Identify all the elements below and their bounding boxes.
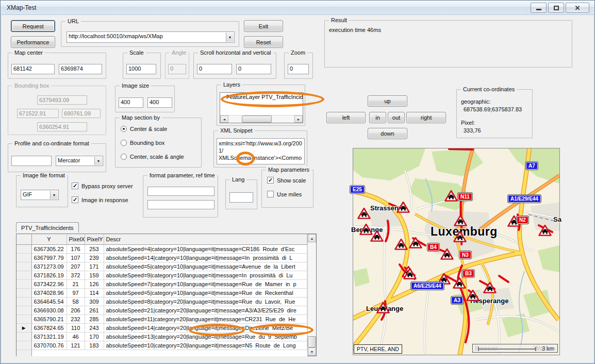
scroll-track[interactable] [228,115,294,123]
traffic-incident-icon [440,248,454,260]
radio-icon[interactable] [121,154,127,160]
scroll-track[interactable] [308,242,316,348]
result-group: Result execution time 46ms [324,20,572,68]
table-row[interactable]: 6374028.9697114absoluteSpeed=5|category=… [16,288,307,297]
title-bar[interactable]: XMap-Test ✕ [1,1,594,15]
bounding-box-group: Bounding box 6379493.09 671522.91 690761… [8,86,106,135]
radio-icon[interactable] [121,126,127,132]
table-row[interactable]: 6371826.19372159absoluteSpeed=9|category… [16,271,307,279]
table-row[interactable]: 6366930.08206261absoluteSpeed=21|categor… [16,306,307,315]
pan-up-button[interactable]: up [368,95,407,107]
close-button[interactable]: ✕ [566,3,589,13]
table-row[interactable]: 6365790.21232285absoluteSpeed=11|categor… [16,315,307,323]
scroll-down-icon[interactable]: ▼ [308,348,316,356]
scroll-thumb[interactable] [308,336,316,348]
image-file-format-combobox[interactable]: GIF ▼ [21,190,59,200]
tab-ptv-trafficincidents[interactable]: PTV_TrafficIncidents [16,222,79,233]
zoom-field[interactable]: 0 [288,64,309,74]
zoom-in-button[interactable]: in [369,112,386,123]
zoom-out-button[interactable]: out [388,112,405,123]
scroll-left-icon[interactable]: ◄ [220,115,228,123]
dropdown-arrow-icon[interactable]: ▼ [226,32,234,42]
row-selector-cell[interactable] [16,297,31,306]
column-header-pixely[interactable]: PixelY [85,234,104,244]
xml-line: xmlns:xsi='http://www.w3.org/2001/ [219,140,303,154]
radio-center-scale-angle[interactable]: Center, scale & angle [121,154,184,160]
table-row[interactable]: 6364645.5458309absoluteSpeed=8|category=… [16,297,307,306]
map-center-y-field[interactable]: 6369874 [59,64,102,74]
bypass-proxy-checkbox[interactable]: ✓ Bypass proxy server [72,183,133,189]
checkbox-icon[interactable]: ✓ [72,183,78,189]
row-selector-cell[interactable] [16,253,31,262]
image-in-response-checkbox[interactable]: ✓ Image in response [72,196,128,203]
scroll-up-icon[interactable]: ▲ [308,234,316,242]
maximize-button[interactable] [548,3,564,13]
layers-listbox[interactable]: ∷ FeatureLayer PTV_TrafficIncident ◄ ► [220,92,303,123]
pan-right-button[interactable]: right [406,112,446,123]
pan-left-button[interactable]: left [326,112,366,123]
xml-snippet-field[interactable]: xmlns:xsi='http://www.w3.org/2001/ XMLSc… [217,138,305,164]
layer-list-item[interactable]: ∷ FeatureLayer PTV_TrafficIncident [220,93,303,101]
road-shield-n2: N2 [517,216,528,224]
radio-icon[interactable] [121,140,127,146]
dropdown-arrow-icon[interactable]: ▼ [50,191,58,199]
table-row[interactable]: 6373422.9621126absoluteSpeed=7|category=… [16,279,307,288]
format-parameter-field[interactable] [147,187,214,196]
radio-center-scale[interactable]: Center & scale [121,126,167,132]
scroll-h-field[interactable]: 0 [197,64,232,74]
scroll-thumb[interactable] [242,115,272,123]
reset-button[interactable]: Reset [244,36,283,48]
column-header-y[interactable]: Y [31,234,67,244]
table-row[interactable]: 6371321.1946170absoluteSpeed=13|category… [16,332,307,341]
image-width-field[interactable]: 400 [119,97,143,108]
row-selector-cell[interactable] [16,306,31,315]
profile-field[interactable] [11,156,52,166]
checkbox-label: Bypass proxy server [81,183,133,189]
row-selector-cell[interactable] [16,288,31,297]
layers-horizontal-scrollbar[interactable]: ◄ ► [220,115,303,123]
layers-group: Layers ∷ FeatureLayer PTV_TrafficInciden… [217,85,305,126]
map-center-x-field[interactable]: 681142 [11,64,55,74]
use-miles-checkbox[interactable]: Use miles [267,191,302,197]
pan-down-button[interactable]: down [368,128,407,139]
map-center-group: Map center 681142 6369874 [8,53,106,79]
performance-button[interactable]: Performance [11,36,55,48]
row-selector-cell[interactable] [16,315,31,323]
row-selector-cell[interactable]: ▶ [16,323,31,332]
image-height-field[interactable]: 400 [147,97,172,108]
angle-group: Angle 0 [165,53,189,79]
table-row[interactable]: 6367305.22176253absoluteSpeed=4|category… [16,244,307,253]
map-parameters-label: Map parameters [266,167,311,173]
row-selector-cell[interactable] [16,244,31,253]
scroll-v-field[interactable]: 0 [236,64,271,74]
scroll-right-icon[interactable]: ► [294,115,303,123]
row-selector-cell[interactable] [16,262,31,271]
request-button[interactable]: Request [11,20,55,32]
checkbox-icon[interactable] [267,191,274,197]
table-row[interactable]: ▶6367824.65110243absoluteSpeed=14|catego… [16,323,307,332]
ref-time-field[interactable] [147,200,214,209]
lang-field[interactable] [229,192,253,203]
coordinate-format-combobox[interactable]: Mercator ▼ [56,156,103,166]
scale-field[interactable]: 1000 [126,64,156,74]
table-row[interactable]: 6367997.79107239absoluteSpeed=14|categor… [16,253,307,262]
form-client-area: Request Performance URL http://localhost… [1,15,594,363]
table-row[interactable]: 6370700.76121183absoluteSpeed=10|categor… [16,341,307,350]
row-selector-cell[interactable] [16,341,31,350]
checkbox-icon[interactable]: ✓ [72,196,78,203]
row-selector-cell[interactable] [16,279,31,288]
map-view[interactable]: RoeserWeiler-StrassenBertrangeLuxemburgL… [353,148,560,355]
exit-button[interactable]: Exit [244,20,283,32]
checkbox-icon[interactable]: ✓ [267,177,274,184]
column-header-descr[interactable]: Descr [104,234,307,244]
row-selector-cell[interactable] [16,332,31,341]
radio-bounding-box[interactable]: Bounding box [121,140,164,146]
column-header-pixelx[interactable]: PixelX [67,234,85,244]
table-vertical-scrollbar[interactable]: ▲ ▼ [307,234,316,356]
url-combobox[interactable]: http://localhost:50010/xmap/ws/XMap ▼ [67,31,235,43]
row-selector-cell[interactable] [16,271,31,279]
table-row[interactable]: 6371273.09207171absoluteSpeed=5|category… [16,262,307,271]
minimize-button[interactable] [531,3,547,13]
dropdown-arrow-icon[interactable]: ▼ [94,157,102,165]
show-scale-checkbox[interactable]: ✓ Show scale [267,177,306,184]
